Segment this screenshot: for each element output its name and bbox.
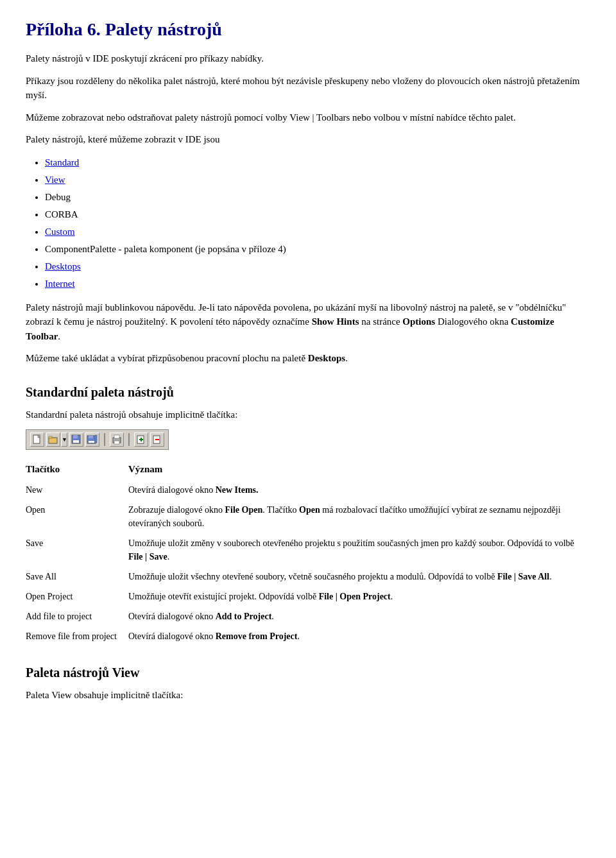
bold-file-saveall: File | Save All <box>497 572 549 581</box>
cell-button-open: Open <box>26 500 128 533</box>
toolbar-separator <box>104 433 105 446</box>
svg-rect-3 <box>49 436 52 438</box>
section-view-title: Paleta nástrojů View <box>26 665 590 680</box>
list-item: CORBA <box>45 207 590 222</box>
hints-text-5: Můžeme také ukládat a vybírat přizpůsobe… <box>26 353 308 363</box>
hints-paragraph-2: Můžeme také ukládat a vybírat přizpůsobe… <box>26 351 590 366</box>
hints-text-6: . <box>345 353 348 363</box>
view-link[interactable]: View <box>45 175 65 185</box>
table-row: Save Umožňuje uložit změny v souborech o… <box>26 533 590 567</box>
table-row: Remove file from project Otevírá dialogo… <box>26 626 590 646</box>
toolbar-open-dropdown[interactable]: ▼ <box>61 433 67 447</box>
toolbar-separator-2 <box>128 433 130 446</box>
svg-rect-10 <box>95 435 97 443</box>
intro-paragraph-3: Můžeme zobrazovat nebo odstraňovat palet… <box>26 110 590 125</box>
hints-text-3: Dialogového okna <box>435 316 511 327</box>
cell-meaning-open: Zobrazuje dialogové okno File Open. Tlač… <box>128 500 590 533</box>
cell-button-saveall: Save All <box>26 567 128 587</box>
table-row: Open Zobrazuje dialogové okno File Open.… <box>26 500 590 533</box>
cell-meaning-saveall: Umožňuje uložit všechny otevřené soubory… <box>128 567 590 587</box>
col-header-button: Tlačítko <box>26 461 128 480</box>
hints-bold-desktops: Desktops <box>308 353 345 363</box>
list-item: Debug <box>45 189 590 205</box>
hints-text-2: na stránce <box>359 316 402 327</box>
cell-button-addfile: Add file to project <box>26 606 128 626</box>
toolbar-save-btn[interactable] <box>69 433 83 447</box>
toolbar-open-group: ▼ <box>46 433 67 447</box>
standard-link[interactable]: Standard <box>45 157 79 167</box>
custom-link[interactable]: Custom <box>45 227 75 237</box>
intro-paragraph-2: Příkazy jsou rozděleny do několika palet… <box>26 74 590 103</box>
svg-rect-9 <box>89 441 94 443</box>
table-row: Add file to project Otevírá dialogové ok… <box>26 606 590 626</box>
list-item: Internet <box>45 276 590 291</box>
bold-new-items: New Items. <box>216 485 259 495</box>
list-item: View <box>45 172 590 187</box>
toolbar-print-btn[interactable] <box>110 433 124 447</box>
cell-meaning-addfile: Otevírá dialogové okno Add to Project. <box>128 606 590 626</box>
svg-rect-6 <box>73 440 79 443</box>
svg-rect-8 <box>89 436 93 438</box>
bold-file-openproject: File | Open Project <box>319 592 391 601</box>
cell-meaning-openproject: Umožňuje otevřít existující projekt. Odp… <box>128 587 590 606</box>
table-header-row: Tlačítko Význam <box>26 461 590 480</box>
svg-rect-12 <box>114 435 119 438</box>
bold-add-to-project: Add to Project <box>216 612 272 621</box>
bold-file-save: File | Save <box>128 552 167 562</box>
table-row: New Otevírá dialogové okno New Items. <box>26 480 590 500</box>
view-intro: Paleta View obsahuje implicitně tlačítka… <box>26 688 590 703</box>
cell-button-openproject: Open Project <box>26 587 128 606</box>
hints-paragraph: Palety nástrojů mají bublinkovou nápověd… <box>26 300 590 344</box>
toolbar-add-btn[interactable] <box>134 433 148 447</box>
intro-paragraph-1: Palety nástrojů v IDE poskytují zkrácení… <box>26 51 590 66</box>
bold-file-open: File Open <box>225 505 262 515</box>
toolbar-new-btn[interactable] <box>30 433 44 447</box>
list-item: Standard <box>45 155 590 170</box>
desktops-link[interactable]: Desktops <box>45 261 81 271</box>
section-standard-title: Standardní paleta nástrojů <box>26 385 590 400</box>
cell-button-save: Save <box>26 533 128 567</box>
svg-rect-13 <box>114 441 119 444</box>
page-title: Příloha 6. Palety nástrojů <box>26 19 590 40</box>
table-row: Save All Umožňuje uložit všechny otevřen… <box>26 567 590 587</box>
svg-rect-2 <box>49 438 57 443</box>
standard-intro: Standardní paleta nástrojů obsahuje impl… <box>26 408 590 422</box>
cell-meaning-save: Umožňuje uložit změny v souborech otevře… <box>128 533 590 567</box>
cell-button-removefile: Remove file from project <box>26 626 128 646</box>
hints-text-4: . <box>58 331 60 341</box>
bold-open: Open <box>299 505 320 515</box>
dropdown-arrow-icon: ▼ <box>62 436 67 443</box>
cell-meaning-removefile: Otevírá dialogové okno Remove from Proje… <box>128 626 590 646</box>
toolbar-list: Standard View Debug CORBA Custom Compone… <box>45 155 590 291</box>
toolbar-saveall-btn[interactable] <box>85 433 99 447</box>
toolbar-remove-btn[interactable] <box>150 433 164 447</box>
list-intro: Palety nástrojů, které můžeme zobrazit v… <box>26 132 590 147</box>
standard-toolbar-table: Tlačítko Význam New Otevírá dialogové ok… <box>26 461 590 646</box>
bold-remove-from-project: Remove from Project <box>216 631 298 641</box>
toolbar-open-btn[interactable] <box>46 433 60 447</box>
svg-rect-5 <box>73 435 78 438</box>
list-item: ComponentPalette - paleta komponent (je … <box>45 241 590 257</box>
cell-button-new: New <box>26 480 128 500</box>
internet-link[interactable]: Internet <box>45 279 75 289</box>
hints-bold-showhints: Show Hints <box>312 316 359 327</box>
hints-bold-options: Options <box>402 316 435 327</box>
table-row: Open Project Umožňuje otevřít existující… <box>26 587 590 606</box>
cell-meaning-new: Otevírá dialogové okno New Items. <box>128 480 590 500</box>
standard-toolbar-preview: ▼ <box>26 429 169 450</box>
col-header-meaning: Význam <box>128 461 590 480</box>
list-item: Custom <box>45 224 590 239</box>
list-item: Desktops <box>45 259 590 274</box>
